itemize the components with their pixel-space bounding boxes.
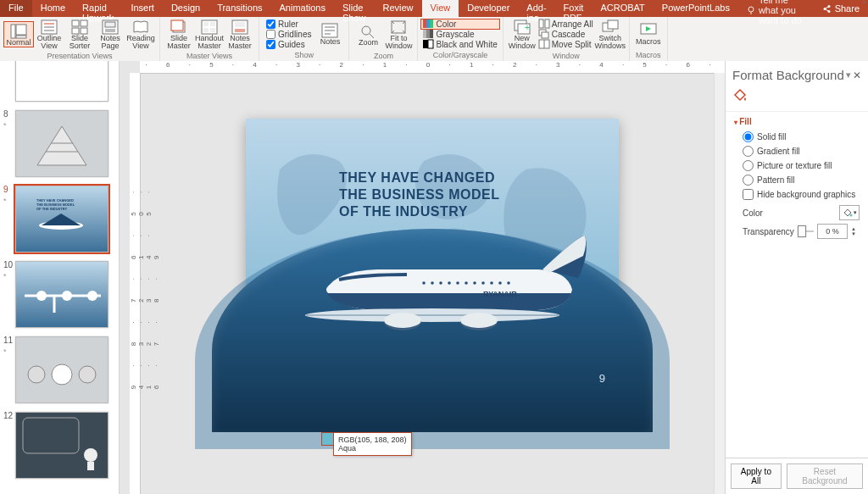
transparency-slider[interactable] (798, 230, 814, 232)
horizontal-ruler[interactable]: 12 · 11 · 10 · 9 · 8 · 7 · 6 · 5 · 4 · 3… (140, 61, 725, 74)
slide-thumb-12[interactable]: 12 (0, 408, 119, 483)
transparency-spinner[interactable]: 0 % (817, 224, 848, 239)
tab-animations[interactable]: Animations (271, 0, 334, 17)
share-icon (822, 4, 832, 14)
slide-canvas[interactable]: THEY HAVE CHANGED THE BUSINESS MODEL OF … (140, 73, 725, 494)
tab-rapid-upwork[interactable]: Rapid Upwork (74, 0, 122, 17)
normal-view-button[interactable]: Normal (3, 21, 34, 47)
tab-file[interactable]: File (0, 0, 32, 17)
pattern-fill-radio[interactable]: Pattern fill (743, 175, 860, 186)
tab-design[interactable]: Design (163, 0, 209, 17)
cascade-icon (539, 30, 549, 38)
hide-bg-graphics-checkbox[interactable]: Hide background graphics (743, 189, 860, 200)
ruler-checkbox[interactable]: Ruler (266, 19, 311, 29)
outline-view-button[interactable]: Outline View (34, 17, 64, 52)
current-slide[interactable]: THEY HAVE CHANGED THE BUSINESS MODEL OF … (246, 119, 619, 398)
reset-background-button[interactable]: Reset Background (787, 463, 863, 489)
svg-rect-44 (426, 30, 430, 38)
svg-rect-52 (545, 19, 549, 28)
tab-home[interactable]: Home (32, 0, 74, 17)
grayscale-mode-button[interactable]: Grayscale (423, 30, 497, 39)
apply-to-all-button[interactable]: Apply to All (731, 463, 782, 489)
tab-acrobat[interactable]: ACROBAT (592, 0, 653, 17)
animation-star-icon: * (3, 121, 7, 130)
vertical-scrollbar[interactable] (714, 73, 725, 494)
solid-fill-radio[interactable]: Solid fill (743, 131, 860, 142)
tab-review[interactable]: Review (374, 0, 421, 17)
arrange-all-button[interactable]: Arrange All (539, 19, 593, 29)
fill-section[interactable]: Fill Solid fill Gradient fill Picture or… (726, 111, 868, 244)
slide-master-button[interactable]: Slide Master (164, 17, 194, 52)
group-window: + New Window Arrange All Cascade Move Sp… (504, 17, 630, 61)
svg-point-66 (36, 291, 47, 301)
slide-master-icon (171, 20, 186, 34)
tab-powerpointlabs[interactable]: PowerPointLabs (654, 0, 738, 17)
spinner-arrows[interactable]: ▲▼ (851, 226, 860, 236)
svg-point-81 (460, 313, 498, 328)
svg-point-93 (849, 214, 852, 217)
notes-icon (322, 24, 337, 37)
tab-addins[interactable]: Add-ins (518, 0, 554, 17)
tell-me-label: Tell me what you want to do (759, 0, 805, 25)
svg-rect-15 (81, 20, 87, 26)
move-split-button[interactable]: Move Split (539, 40, 593, 49)
macros-button[interactable]: Macros (633, 20, 664, 47)
thumb-number: 8 (3, 109, 8, 119)
tab-slideshow[interactable]: Slide Show (334, 0, 375, 17)
zoom-button[interactable]: Zoom (353, 21, 383, 47)
section-title[interactable]: Fill (734, 117, 860, 126)
normal-view-icon (11, 25, 26, 38)
pane-title: Format Background (732, 68, 844, 82)
ribbon-view: Normal Outline View Slide Sorter Notes P… (0, 17, 868, 62)
cascade-button[interactable]: Cascade (539, 30, 593, 39)
picture-fill-radio[interactable]: Picture or texture fill (743, 160, 860, 171)
tab-insert[interactable]: Insert (122, 0, 163, 17)
fit-to-window-button[interactable]: Fit to Window (383, 17, 414, 52)
airplane-graphic[interactable]: RYANAIR (288, 220, 593, 356)
tab-foxit[interactable]: Foxit PDF (555, 0, 593, 17)
pane-close-button[interactable]: ✕ (853, 69, 861, 81)
notes-page-button[interactable]: Notes Page (95, 17, 125, 52)
new-window-button[interactable]: + New Window (507, 17, 537, 52)
group-label: Show (263, 51, 345, 61)
tab-view[interactable]: View (422, 0, 459, 17)
slide-thumb-10[interactable]: 10 * (0, 257, 119, 332)
animation-star-icon: * (3, 347, 7, 356)
svg-point-86 (456, 281, 459, 285)
gradient-fill-radio[interactable]: Gradient fill (743, 146, 860, 157)
switch-windows-button[interactable]: Switch Windows (595, 17, 626, 52)
slide-thumb-11[interactable]: 11 * (0, 332, 119, 408)
gridlines-checkbox[interactable]: Gridlines (266, 30, 311, 39)
notes-master-button[interactable]: Notes Master (225, 17, 255, 52)
plane-livery-text: RYANAIR (483, 290, 517, 298)
pane-options-button[interactable]: ▾ (846, 69, 851, 80)
group-macros: Macros Macros (630, 17, 668, 61)
slide-thumb-8[interactable]: 8 * (0, 106, 119, 181)
color-picker-button[interactable]: ▾ (839, 205, 860, 220)
slide-thumbnails-panel[interactable]: 8 * 9 * THEY HAVE CHANGEDTHE BUSINESS MO… (0, 61, 120, 494)
thumb-number: 12 (3, 411, 13, 420)
share-button[interactable]: Share (814, 0, 868, 17)
svg-point-79 (384, 313, 421, 328)
svg-point-37 (362, 26, 370, 35)
slide-title[interactable]: THEY HAVE CHANGED THE BUSINESS MODEL OF … (339, 169, 499, 220)
svg-point-71 (52, 364, 72, 385)
slide-sorter-button[interactable]: Slide Sorter (64, 17, 95, 52)
slide-thumb-7[interactable] (0, 61, 119, 106)
outline-view-icon (42, 20, 57, 34)
tab-transitions[interactable]: Transitions (209, 0, 270, 17)
svg-point-87 (465, 281, 468, 285)
tell-me-search[interactable]: Tell me what you want to do (738, 0, 814, 17)
svg-point-90 (490, 281, 493, 285)
notes-button[interactable]: Notes (314, 20, 345, 47)
reading-view-button[interactable]: Reading View (125, 17, 156, 52)
tab-developer[interactable]: Developer (459, 0, 518, 17)
color-mode-button[interactable]: Color (420, 19, 499, 30)
bw-mode-button[interactable]: Black and White (423, 40, 497, 49)
handout-master-button[interactable]: Handout Master (194, 17, 225, 52)
guides-checkbox[interactable]: Guides (266, 40, 311, 49)
fill-category-icon[interactable] (726, 86, 868, 111)
slide-thumb-9[interactable]: 9 * THEY HAVE CHANGEDTHE BUSINESS MODELO… (0, 181, 119, 257)
arrange-icon (539, 19, 549, 28)
collapse-ribbon-button[interactable]: ˄ (862, 0, 866, 9)
